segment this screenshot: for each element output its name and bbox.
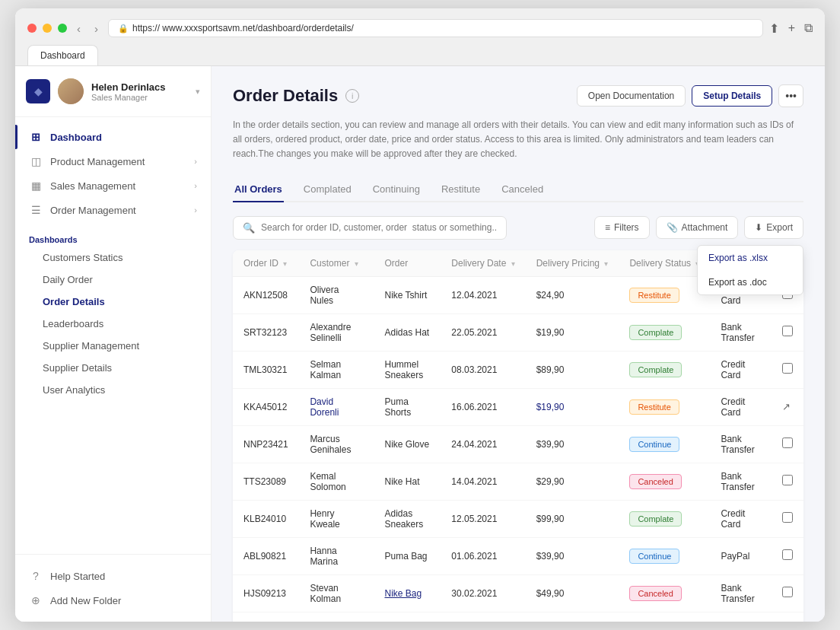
- row-checkbox[interactable]: [782, 512, 793, 523]
- cell-order-id: ABL90821: [233, 537, 299, 574]
- tab-all-orders[interactable]: All Orders: [233, 177, 284, 202]
- header-actions: Open Documentation Setup Details •••: [577, 84, 803, 107]
- cell-action: [772, 351, 803, 388]
- cell-order-id: AKN12508: [233, 276, 299, 313]
- tab-completed[interactable]: Complated: [302, 177, 353, 202]
- customer-link[interactable]: David Dorenli: [310, 396, 339, 418]
- external-link-icon[interactable]: ↗: [782, 401, 791, 412]
- attachment-icon: 📎: [667, 222, 678, 233]
- cell-customer: Alexandre Selinelli: [299, 313, 374, 351]
- browser-tab[interactable]: Dashboard: [27, 45, 98, 65]
- status-badge: Restitute: [629, 399, 679, 415]
- minimize-button[interactable]: [43, 24, 52, 33]
- cell-delivery-date: 24.06.2021: [441, 612, 525, 622]
- cell-delivery-pricing: $39,90: [526, 425, 619, 463]
- sort-pricing-icon[interactable]: ▾: [604, 259, 608, 268]
- forward-button[interactable]: ›: [91, 21, 102, 37]
- cell-delivery-pricing: $79,90: [526, 612, 619, 622]
- cell-delivery-pricing: $19,90: [526, 313, 619, 351]
- table-row: ABL90821 Hanna Marina Puma Bag 01.06.202…: [233, 537, 803, 574]
- info-icon[interactable]: i: [345, 89, 359, 103]
- new-tab-icon[interactable]: +: [788, 21, 795, 36]
- price-value: $19,90: [536, 402, 565, 412]
- table-controls: 🔍 ≡ Filters 📎 Attachment ⬇ Export: [233, 216, 803, 240]
- open-docs-button[interactable]: Open Documentation: [577, 85, 686, 107]
- share-icon[interactable]: ⬆: [769, 21, 779, 36]
- status-badge: Continue: [629, 549, 679, 564]
- chevron-down-icon[interactable]: ▾: [196, 87, 200, 97]
- export-xlsx-option[interactable]: Export as .xlsx: [698, 246, 803, 270]
- row-checkbox[interactable]: [782, 363, 793, 374]
- sort-order-id-icon[interactable]: ▾: [283, 259, 287, 268]
- price-value: $29,90: [536, 476, 565, 487]
- cell-order: Hummel Sneakers: [374, 351, 441, 388]
- sidebar-sub-nav: Customers Statics Daily Order Order Deta…: [15, 247, 211, 401]
- leaderboards-label: Leaderboards: [43, 318, 103, 329]
- tabs-icon[interactable]: ⧉: [804, 21, 813, 36]
- row-checkbox[interactable]: [782, 587, 793, 597]
- export-dropdown: Export as .xlsx Export as .doc: [697, 245, 803, 295]
- sidebar-item-help[interactable]: ? Help Started: [15, 564, 211, 588]
- cell-action: [772, 537, 803, 574]
- cell-customer: Henry Kweale: [299, 500, 374, 537]
- row-checkbox[interactable]: [782, 438, 793, 448]
- sidebar-item-leaderboards[interactable]: Leaderboards: [15, 313, 211, 335]
- attachment-button[interactable]: 📎 Attachment: [656, 216, 739, 239]
- sidebar-item-product[interactable]: ◫ Product Management ›: [15, 149, 211, 173]
- col-delivery-pricing: Delivery Pricing ▾: [526, 250, 619, 277]
- order-name: Nike Tshirt: [384, 290, 427, 301]
- search-input[interactable]: [261, 222, 497, 233]
- order-details-label: Order Details: [43, 296, 105, 307]
- row-checkbox[interactable]: [782, 475, 793, 485]
- cell-order-id: KLB24010: [233, 500, 299, 537]
- status-badge: Complate: [629, 362, 682, 377]
- help-icon: ?: [29, 570, 43, 582]
- order-icon: ☰: [29, 204, 43, 216]
- cell-delivery-date: 12.05.2021: [441, 500, 525, 537]
- sidebar-item-supplier-details[interactable]: Supplier Details: [15, 357, 211, 379]
- close-button[interactable]: [27, 24, 37, 33]
- sidebar: ◆ Helen Derinlacs Sales Manager ▾ ⊞ Dash…: [15, 66, 212, 622]
- cell-order-id: HJS09213: [233, 574, 299, 612]
- row-checkbox[interactable]: [782, 326, 793, 336]
- tab-canceled[interactable]: Canceled: [500, 177, 545, 202]
- sidebar-item-user-analytics[interactable]: User Analytics: [15, 379, 211, 401]
- dashboard-icon: ⊞: [29, 131, 43, 143]
- sidebar-item-sales[interactable]: ▦ Sales Management ›: [15, 173, 211, 198]
- cell-action: [772, 500, 803, 537]
- export-doc-option[interactable]: Export as .doc: [698, 270, 803, 294]
- sidebar-item-order-details[interactable]: Order Details: [15, 291, 211, 313]
- cell-action: [772, 313, 803, 351]
- search-box[interactable]: 🔍: [233, 216, 507, 240]
- cell-order: Adidas Hat: [374, 313, 441, 351]
- tab-continuing[interactable]: Continuing: [371, 177, 422, 202]
- sidebar-item-customers-statics[interactable]: Customers Statics: [15, 247, 211, 269]
- customer-name: Alexandre Selinelli: [310, 322, 351, 343]
- address-bar[interactable]: 🔒 https:// www.xxxsportsavm.net/dashboar…: [108, 19, 763, 37]
- customer-name: Hanna Marina: [310, 546, 338, 567]
- url-text: https:// www.xxxsportsavm.net/dashboard/…: [132, 23, 354, 33]
- cell-order: Adidas Sneakers: [374, 612, 441, 622]
- sidebar-item-order[interactable]: ☰ Order Management ›: [15, 198, 211, 222]
- cell-delivery-date: 24.04.2021: [441, 425, 525, 463]
- cell-delivery-status: Restitute: [619, 612, 710, 622]
- export-button[interactable]: ⬇ Export: [744, 216, 803, 239]
- filters-button[interactable]: ≡ Filters: [594, 216, 650, 239]
- sort-customer-icon[interactable]: ▾: [355, 259, 358, 268]
- cell-order-id: KKA45012: [233, 388, 299, 425]
- cell-delivery-pricing: $29,90: [526, 463, 619, 500]
- sidebar-item-supplier-mgmt[interactable]: Supplier Management: [15, 335, 211, 357]
- setup-details-button[interactable]: Setup Details: [692, 85, 772, 107]
- tab-restitute[interactable]: Restitute: [440, 177, 482, 202]
- row-checkbox[interactable]: [782, 549, 793, 560]
- order-link[interactable]: Nike Bag: [384, 588, 422, 599]
- sidebar-item-dashboard[interactable]: ⊞ Dashboard: [15, 125, 211, 149]
- maximize-button[interactable]: [58, 24, 67, 33]
- sidebar-item-add-folder[interactable]: ⊕ Add New Folder: [15, 588, 211, 612]
- sort-date-icon[interactable]: ▾: [511, 259, 515, 268]
- more-options-button[interactable]: •••: [778, 84, 803, 107]
- order-name: Puma Shorts: [384, 396, 411, 418]
- sidebar-item-daily-order[interactable]: Daily Order: [15, 269, 211, 291]
- back-button[interactable]: ‹: [73, 21, 84, 37]
- cell-delivery-pricing: $49,90: [526, 574, 619, 612]
